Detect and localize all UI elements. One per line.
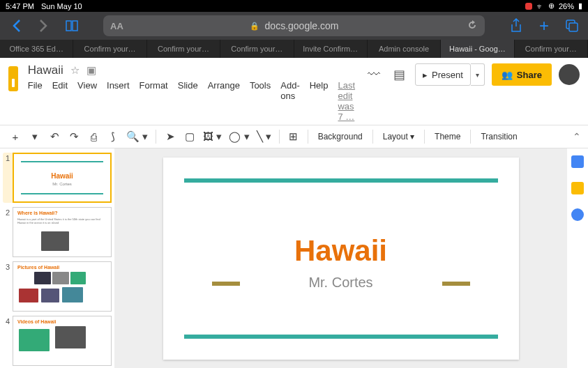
side-panel-icons: [567, 148, 588, 368]
background-button[interactable]: Background: [314, 132, 367, 141]
slide-canvas[interactable]: Hawaii Mr. Cortes: [114, 148, 567, 368]
slide-thumbnails-panel[interactable]: 1 Hawaii Mr. Cortes 2 Where is Hawaii? H…: [0, 148, 114, 368]
workspace: 1 Hawaii Mr. Cortes 2 Where is Hawaii? H…: [0, 148, 588, 368]
browser-tab[interactable]: Confirm your…: [515, 40, 588, 58]
shape-tool[interactable]: ◯ ▾: [227, 128, 251, 145]
new-slide-dropdown[interactable]: ▾: [27, 128, 43, 145]
slides-logo-icon[interactable]: [8, 66, 18, 91]
app-header: Hawaii ☆ ▣ File Edit View Insert Format …: [0, 58, 588, 122]
slide-decoration: [184, 178, 498, 183]
layout-button[interactable]: Layout ▾: [379, 132, 419, 141]
comments-icon[interactable]: ▤: [390, 66, 408, 84]
slide-thumbnail-3[interactable]: Pictures of Hawaii: [13, 261, 112, 312]
image-tool[interactable]: 🖼 ▾: [201, 128, 224, 145]
tabs-button[interactable]: [561, 15, 582, 36]
browser-tab[interactable]: Admin console: [368, 40, 441, 58]
menu-help[interactable]: Help: [310, 80, 329, 122]
transition-button[interactable]: Transition: [476, 132, 521, 141]
line-tool[interactable]: ╲ ▾: [255, 128, 273, 145]
slide-thumbnail-4[interactable]: Videos of Hawaii: [13, 316, 112, 366]
slide-number: 2: [3, 207, 10, 257]
present-button[interactable]: ▸Present: [415, 63, 471, 86]
last-edit-link[interactable]: Last edit was 7 …: [338, 80, 355, 122]
menu-slide[interactable]: Slide: [178, 80, 198, 122]
undo-button[interactable]: ↶: [46, 128, 63, 145]
google-slides-app: Hawaii ☆ ▣ File Edit View Insert Format …: [0, 58, 588, 368]
textbox-tool[interactable]: ▢: [181, 128, 198, 145]
wifi-icon: ᯤ: [536, 2, 544, 10]
recording-indicator-icon: [525, 3, 532, 10]
print-button[interactable]: ⎙: [85, 128, 102, 145]
back-button[interactable]: [6, 15, 27, 36]
ios-status-bar: 5:47 PM Sun May 10 ᯤ ⊕ 26% ▮: [0, 0, 588, 12]
menu-format[interactable]: Format: [140, 80, 168, 122]
menu-edit[interactable]: Edit: [52, 80, 68, 122]
bookmarks-button[interactable]: [61, 15, 82, 36]
url-text: docs.google.com: [265, 20, 339, 31]
slide-number: 3: [3, 261, 10, 312]
battery-percent: 26%: [559, 2, 574, 10]
menu-file[interactable]: File: [28, 80, 43, 122]
browser-tab-active[interactable]: Hawaii - Goog…: [441, 40, 514, 58]
keep-icon[interactable]: [571, 182, 584, 194]
svg-rect-1: [569, 23, 578, 31]
slide-number: 4: [3, 316, 10, 366]
browser-tab[interactable]: Confirm your…: [147, 40, 220, 58]
menu-bar: File Edit View Insert Format Slide Arran…: [28, 80, 355, 122]
browser-tab[interactable]: Invite Confirm…: [294, 40, 368, 58]
paint-format-button[interactable]: ⟆: [105, 128, 121, 145]
select-tool[interactable]: ➤: [162, 128, 179, 145]
address-bar[interactable]: AA 🔒 docs.google.com: [103, 15, 485, 36]
slide-thumbnail-2[interactable]: Where is Hawaii? Hawaii is a part of the…: [13, 207, 112, 257]
slide-number: 1: [3, 153, 10, 203]
star-icon[interactable]: ☆: [70, 64, 80, 77]
present-dropdown[interactable]: ▾: [471, 63, 485, 86]
forward-button[interactable]: [33, 15, 54, 36]
orientation-lock-icon: ⊕: [548, 1, 555, 10]
slide-decoration: [184, 335, 498, 339]
account-avatar[interactable]: [559, 64, 580, 85]
menu-addons[interactable]: Add-ons: [280, 80, 299, 122]
safari-toolbar: AA 🔒 docs.google.com +: [0, 12, 588, 40]
current-slide[interactable]: Hawaii Mr. Cortes: [163, 158, 519, 360]
text-size-button[interactable]: AA: [110, 21, 123, 31]
browser-tab-strip: Office 365 Ed… Confirm your… Confirm you…: [0, 40, 588, 58]
activity-icon[interactable]: 〰: [365, 66, 383, 84]
collapse-toolbar-button[interactable]: ⌃: [573, 131, 581, 142]
zoom-button[interactable]: 🔍 ▾: [124, 128, 150, 145]
share-button-main[interactable]: 👥Share: [492, 63, 552, 86]
tasks-icon[interactable]: [571, 208, 584, 221]
toolbar: + ▾ ↶ ↷ ⎙ ⟆ 🔍 ▾ ➤ ▢ 🖼 ▾ ◯ ▾ ╲ ▾ ⊞ Backgr…: [0, 125, 588, 148]
status-date: Sun May 10: [41, 2, 82, 10]
menu-view[interactable]: View: [77, 80, 97, 122]
slide-decoration: [442, 282, 470, 286]
refresh-button[interactable]: [467, 20, 478, 33]
menu-arrange[interactable]: Arrange: [208, 80, 240, 122]
status-time: 5:47 PM: [6, 2, 34, 10]
redo-button[interactable]: ↷: [66, 128, 82, 145]
browser-tab[interactable]: Confirm your…: [220, 40, 294, 58]
theme-button[interactable]: Theme: [430, 132, 465, 141]
comment-button[interactable]: ⊞: [285, 128, 302, 145]
menu-insert[interactable]: Insert: [107, 80, 130, 122]
lock-icon: 🔒: [250, 22, 259, 31]
person-add-icon: 👥: [502, 70, 513, 80]
browser-tab[interactable]: Office 365 Ed…: [0, 40, 73, 58]
menu-tools[interactable]: Tools: [250, 80, 271, 122]
slide-thumbnail-1[interactable]: Hawaii Mr. Cortes: [13, 153, 112, 203]
browser-tab[interactable]: Confirm your…: [73, 40, 146, 58]
move-folder-icon[interactable]: ▣: [86, 64, 96, 77]
share-button[interactable]: [506, 15, 527, 36]
new-tab-button[interactable]: +: [534, 16, 555, 36]
battery-icon: ▮: [578, 1, 582, 10]
new-slide-button[interactable]: +: [7, 128, 24, 145]
calendar-icon[interactable]: [571, 155, 584, 168]
document-title[interactable]: Hawaii: [28, 63, 63, 77]
slide-title-text[interactable]: Hawaii: [163, 234, 519, 268]
